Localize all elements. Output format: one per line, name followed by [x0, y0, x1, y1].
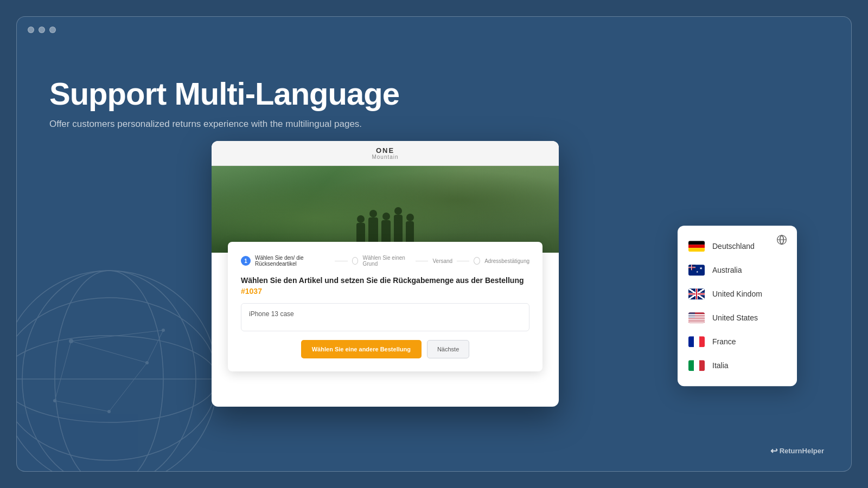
brand-name: ONE	[372, 146, 398, 155]
form-card: 1 Wählen Sie den/ die Rücksendeartikel W…	[228, 242, 542, 371]
language-panel: Deutschland ★ ★ Australia	[678, 226, 797, 386]
step-badge-1: 1	[241, 256, 251, 266]
lang-name-au: Australia	[712, 266, 742, 274]
lang-item-uk[interactable]: United Kindom	[678, 282, 797, 306]
step-divider-3	[457, 261, 469, 261]
globe-button[interactable]	[774, 232, 789, 247]
browser-mock: ONE Mountain	[212, 141, 559, 407]
step3-label: Versand	[432, 258, 452, 264]
btn-primary[interactable]: Wählen Sie eine andere Bestellung	[301, 340, 422, 358]
flag-au: ★ ★	[688, 265, 705, 275]
traffic-dot-yellow	[39, 27, 45, 33]
lang-item-au[interactable]: ★ ★ Australia	[678, 258, 797, 282]
lang-name-it: Italia	[712, 361, 729, 370]
demo-area: ONE Mountain	[49, 104, 819, 444]
traffic-dot-green	[49, 27, 56, 33]
item-box: iPhone 13 case	[241, 303, 529, 331]
form-heading: Wählen Sie den Artikel und setzen Sie di…	[241, 275, 529, 297]
lang-name-de: Deutschland	[712, 242, 755, 251]
main-frame: Support Multi-Language Offer customers p…	[16, 16, 852, 472]
lang-item-fr[interactable]: France	[678, 330, 797, 354]
flag-de	[688, 241, 705, 252]
order-number: #1037	[241, 287, 262, 296]
steps-bar: 1 Wählen Sie den/ die Rücksendeartikel W…	[241, 255, 529, 267]
step-divider-1	[335, 261, 347, 261]
flag-us	[688, 312, 705, 323]
traffic-dot-red	[28, 27, 34, 33]
lang-name-fr: France	[712, 337, 736, 346]
content-area: Support Multi-Language Offer customers p…	[17, 17, 851, 471]
hero-image	[212, 166, 559, 253]
item-text: iPhone 13 case	[249, 310, 294, 318]
step2-label: Wählen Sie einen Grund	[362, 255, 411, 267]
step-circle-2	[352, 257, 359, 265]
browser-bar: ONE Mountain	[212, 141, 559, 166]
logo-text: ReturnHelper	[780, 447, 824, 455]
step-circle-4	[474, 257, 480, 265]
flag-fr	[688, 336, 705, 347]
lang-item-us[interactable]: United States	[678, 306, 797, 330]
btn-secondary[interactable]: Nächste	[427, 340, 469, 358]
lang-name-uk: United Kindom	[712, 290, 762, 298]
step1-label: Wählen Sie den/ die Rücksendeartikel	[255, 255, 330, 267]
rh-icon: ↩	[770, 446, 777, 456]
traffic-lights	[28, 27, 56, 33]
lang-name-us: United States	[712, 313, 758, 322]
flag-uk	[688, 288, 705, 299]
step4-label: Adressbestätigung	[484, 258, 529, 264]
form-buttons: Wählen Sie eine andere Bestellung Nächst…	[241, 340, 529, 358]
brand-sub: Mountain	[372, 155, 398, 160]
step-divider-2	[416, 261, 428, 261]
form-heading-text: Wählen Sie den Artikel und setzen Sie di…	[241, 276, 524, 285]
flag-it	[688, 360, 705, 371]
lang-item-it[interactable]: Italia	[678, 354, 797, 377]
return-helper-logo: ↩ ReturnHelper	[770, 446, 824, 456]
